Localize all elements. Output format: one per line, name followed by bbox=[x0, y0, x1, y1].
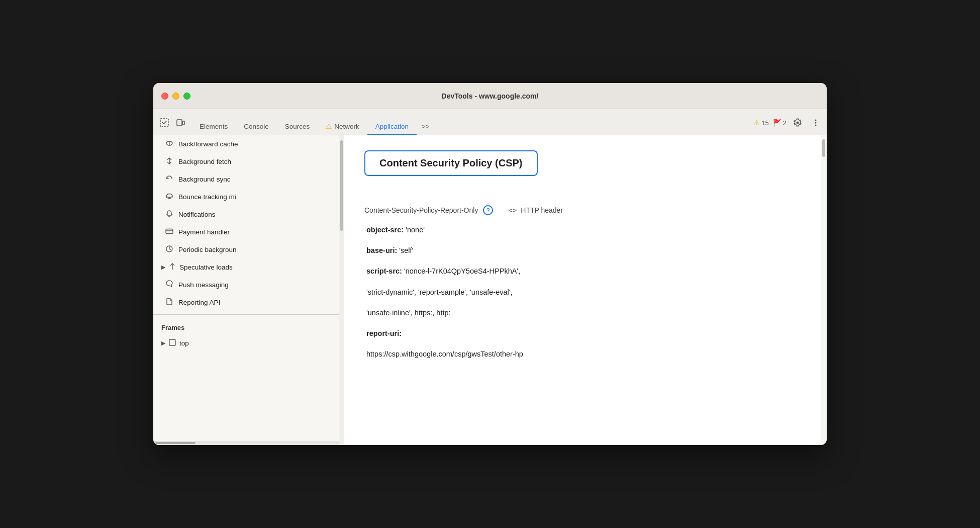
directive-report-uri: report-uri: bbox=[364, 328, 801, 339]
sidebar-item-speculative-loads[interactable]: ▶ Speculative loads bbox=[153, 258, 339, 276]
directive-unsafe-inline: 'unsafe-inline', https:, http: bbox=[364, 307, 801, 319]
notifications-icon bbox=[165, 210, 173, 219]
svg-point-3 bbox=[815, 120, 817, 121]
periodic-background-icon bbox=[165, 245, 173, 254]
sidebar-item-frames-top[interactable]: ▶ top bbox=[153, 334, 339, 352]
frames-top-icon bbox=[168, 338, 176, 348]
tab-network[interactable]: ⚠ Network bbox=[318, 118, 367, 135]
error-count: 2 bbox=[783, 119, 787, 127]
svg-rect-1 bbox=[177, 120, 182, 126]
tab-sources[interactable]: Sources bbox=[277, 119, 318, 135]
csp-policy-row: Content-Security-Policy-Report-Only ? <>… bbox=[364, 205, 801, 215]
frames-section-header: Frames bbox=[153, 318, 339, 334]
sidebar-item-reporting-api[interactable]: Reporting API bbox=[153, 294, 339, 311]
directive-script-src: script-src: 'nonce-l-7rK04QpY5oeS4-HPPkh… bbox=[364, 266, 801, 277]
sidebar-item-background-sync[interactable]: Background sync bbox=[153, 170, 339, 188]
window-title: DevTools - www.google.com/ bbox=[442, 92, 539, 100]
main-panel: Content Security Policy (CSP) Content-Se… bbox=[344, 135, 821, 445]
http-header-label: HTTP header bbox=[521, 206, 563, 214]
directive-strict-dynamic: 'strict-dynamic', 'report-sample', 'unsa… bbox=[364, 287, 801, 298]
warning-count: 15 bbox=[761, 119, 768, 127]
device-toolbar-icon[interactable] bbox=[173, 116, 187, 130]
reporting-api-icon bbox=[165, 298, 173, 307]
expand-arrow-icon: ▶ bbox=[161, 264, 165, 271]
tab-application[interactable]: Application bbox=[367, 119, 417, 135]
sidebar-hscroll-thumb[interactable] bbox=[155, 442, 195, 444]
warning-badge-icon: ⚠ bbox=[753, 119, 760, 127]
error-badge[interactable]: 🚩 2 bbox=[773, 119, 787, 127]
network-warning-icon: ⚠ bbox=[326, 122, 332, 130]
toolbar-icons bbox=[157, 116, 187, 135]
back-forward-icon bbox=[165, 139, 173, 149]
policy-label: Content-Security-Policy-Report-Only bbox=[364, 206, 478, 214]
background-sync-icon bbox=[165, 174, 173, 184]
csp-title: Content Security Policy (CSP) bbox=[379, 157, 523, 168]
main-vscroll-thumb[interactable] bbox=[822, 139, 825, 157]
sidebar-item-notifications[interactable]: Notifications bbox=[153, 206, 339, 223]
sidebar-item-back-forward[interactable]: Back/forward cache bbox=[153, 135, 339, 153]
sidebar-item-payment-handler[interactable]: Payment handler bbox=[153, 223, 339, 241]
tab-bar-right: ⚠ 15 🚩 2 bbox=[753, 116, 823, 135]
devtools-window: DevTools - www.google.com/ Elements Cons… bbox=[153, 83, 827, 445]
code-brackets-icon: <> bbox=[508, 206, 517, 214]
svg-point-9 bbox=[166, 194, 172, 198]
sidebar-label-push-messaging: Push messaging bbox=[178, 281, 229, 289]
sidebar-label-reporting-api: Reporting API bbox=[178, 299, 220, 306]
error-badge-icon: 🚩 bbox=[773, 119, 781, 127]
csp-title-box: Content Security Policy (CSP) bbox=[364, 150, 538, 176]
traffic-lights bbox=[161, 93, 190, 100]
tab-console[interactable]: Console bbox=[236, 119, 277, 135]
sidebar-label-bounce-tracking: Bounce tracking mi bbox=[178, 193, 236, 201]
svg-point-4 bbox=[815, 122, 817, 124]
minimize-button[interactable] bbox=[172, 93, 179, 100]
main-content: Back/forward cache Background fetch B bbox=[153, 135, 827, 445]
http-header-row: <> HTTP header bbox=[508, 206, 563, 214]
sidebar-label-payment-handler: Payment handler bbox=[178, 228, 230, 236]
speculative-loads-icon bbox=[168, 262, 176, 272]
sidebar: Back/forward cache Background fetch B bbox=[153, 135, 339, 445]
svg-rect-13 bbox=[169, 339, 175, 345]
tab-elements[interactable]: Elements bbox=[191, 119, 236, 135]
title-bar: DevTools - www.google.com/ bbox=[153, 83, 827, 109]
sidebar-item-background-fetch[interactable]: Background fetch bbox=[153, 153, 339, 170]
directive-object-src: object-src: 'none' bbox=[364, 224, 801, 236]
close-button[interactable] bbox=[161, 93, 168, 100]
sidebar-item-bounce-tracking[interactable]: Bounce tracking mi bbox=[153, 188, 339, 206]
warning-badge[interactable]: ⚠ 15 bbox=[753, 119, 768, 127]
settings-icon[interactable] bbox=[791, 116, 805, 130]
svg-rect-2 bbox=[182, 121, 184, 125]
frames-expand-arrow-icon: ▶ bbox=[161, 340, 165, 346]
directive-base-uri: base-uri: 'self' bbox=[364, 245, 801, 256]
inspect-icon[interactable] bbox=[157, 116, 171, 130]
svg-point-5 bbox=[815, 125, 817, 126]
payment-handler-icon bbox=[165, 227, 173, 237]
maximize-button[interactable] bbox=[183, 93, 190, 100]
policy-info-icon[interactable]: ? bbox=[483, 205, 493, 215]
sidebar-label-background-fetch: Background fetch bbox=[178, 158, 231, 165]
sidebar-label-background-sync: Background sync bbox=[178, 175, 231, 183]
sidebar-label-periodic-background: Periodic backgroun bbox=[178, 246, 237, 253]
push-messaging-icon bbox=[165, 280, 173, 290]
directive-report-uri-value: https://csp.withgoogle.com/csp/gwsTest/o… bbox=[364, 348, 801, 360]
sidebar-item-push-messaging[interactable]: Push messaging bbox=[153, 276, 339, 294]
background-fetch-icon bbox=[165, 157, 173, 166]
more-tabs-button[interactable]: >> bbox=[417, 119, 435, 135]
sidebar-label-speculative-loads: Speculative loads bbox=[179, 263, 233, 271]
sidebar-item-periodic-background[interactable]: Periodic backgroun bbox=[153, 241, 339, 258]
sidebar-horizontal-scrollbar[interactable] bbox=[153, 441, 339, 445]
sidebar-label-frames-top: top bbox=[179, 339, 189, 347]
bounce-tracking-icon bbox=[165, 192, 173, 202]
sidebar-vscroll-thumb[interactable] bbox=[340, 140, 343, 231]
more-options-icon[interactable] bbox=[809, 116, 823, 130]
sidebar-label-notifications: Notifications bbox=[178, 211, 216, 218]
sidebar-label-back-forward: Back/forward cache bbox=[178, 140, 238, 148]
svg-rect-10 bbox=[166, 229, 173, 234]
tab-bar: Elements Console Sources ⚠ Network Appli… bbox=[153, 109, 827, 135]
